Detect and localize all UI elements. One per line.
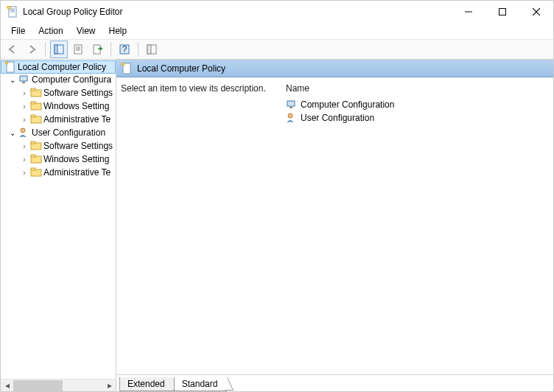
- menu-file[interactable]: File: [5, 24, 31, 38]
- tree-node-label: Windows Setting: [43, 154, 109, 164]
- svg-rect-10: [55, 45, 57, 54]
- folder-icon: [30, 153, 42, 165]
- svg-point-38: [122, 63, 125, 66]
- tree-view[interactable]: Local Computer Policy ⌄ Computer Configu…: [1, 60, 116, 379]
- svg-rect-6: [499, 9, 506, 15]
- computer-icon: [18, 74, 30, 85]
- tree-node-label: Administrative Te: [43, 114, 111, 125]
- svg-rect-22: [20, 76, 27, 81]
- tree-node-label: Software Settings: [43, 88, 113, 98]
- tree-node-label: Software Settings: [43, 141, 113, 151]
- tree-node-label: Computer Configura: [32, 74, 111, 85]
- toolbar-separator: [45, 42, 46, 57]
- export-button[interactable]: [88, 41, 106, 58]
- expand-icon[interactable]: ⌄: [8, 76, 17, 84]
- minimize-button[interactable]: [452, 1, 485, 23]
- list-item[interactable]: User Configuration: [286, 111, 547, 125]
- folder-icon: [30, 113, 42, 125]
- titlebar: Local Group Policy Editor: [1, 1, 553, 23]
- tree-user-software[interactable]: › Software Settings: [1, 139, 116, 153]
- expand-icon[interactable]: ⌄: [8, 129, 17, 137]
- detail-pane: Local Computer Policy Select an item to …: [116, 60, 553, 391]
- toolbar-separator: [111, 42, 111, 57]
- svg-rect-34: [31, 155, 35, 157]
- user-icon: [18, 127, 30, 139]
- tab-strip: Extended Standard: [116, 375, 553, 391]
- tree-root-label: Local Computer Policy: [18, 62, 106, 72]
- expand-icon[interactable]: ›: [20, 102, 29, 111]
- scroll-right-icon[interactable]: ▸: [103, 379, 116, 392]
- svg-point-21: [5, 61, 8, 64]
- scroll-left-icon[interactable]: ◂: [1, 379, 13, 392]
- tree-horizontal-scrollbar[interactable]: ◂ ▸: [1, 379, 116, 391]
- toolbar-separator: [138, 42, 138, 57]
- window-title: Local Group Policy Editor: [23, 7, 452, 17]
- workspace: Local Computer Policy ⌄ Computer Configu…: [1, 60, 553, 391]
- list-column-header[interactable]: Name: [286, 83, 547, 98]
- maximize-button[interactable]: [485, 1, 519, 23]
- menu-action[interactable]: Action: [32, 24, 69, 38]
- tree-comp-admin[interactable]: › Administrative Te: [1, 113, 116, 126]
- tree-root[interactable]: Local Computer Policy: [1, 60, 116, 74]
- svg-rect-19: [147, 45, 151, 54]
- list-item-label: User Configuration: [301, 113, 374, 123]
- svg-rect-39: [287, 101, 295, 106]
- tree-comp-windows[interactable]: › Windows Setting: [1, 99, 116, 113]
- tree-node-label: Administrative Te: [43, 167, 111, 178]
- detail-list: Name Computer Configuration User Configu…: [286, 83, 547, 374]
- menu-help[interactable]: Help: [103, 24, 133, 38]
- close-button[interactable]: [519, 1, 553, 23]
- show-hide-tree-button[interactable]: [50, 41, 68, 58]
- svg-rect-36: [31, 168, 35, 170]
- policy-icon: [4, 61, 16, 73]
- forward-button[interactable]: [23, 41, 41, 58]
- scrollbar-track[interactable]: [13, 379, 103, 392]
- menubar: File Action View Help: [1, 23, 553, 39]
- app-icon: [7, 6, 18, 18]
- svg-rect-15: [94, 45, 100, 54]
- computer-icon: [286, 99, 298, 111]
- expand-icon[interactable]: ›: [20, 89, 29, 97]
- expand-icon[interactable]: ›: [20, 169, 29, 177]
- svg-rect-32: [31, 141, 35, 144]
- expand-icon[interactable]: ›: [20, 155, 29, 164]
- back-button[interactable]: [4, 41, 21, 58]
- tab-standard[interactable]: Standard: [174, 377, 228, 391]
- tree-node-label: Windows Setting: [43, 101, 109, 111]
- window-controls: [452, 1, 553, 23]
- svg-point-4: [7, 6, 11, 9]
- tree-pane: Local Computer Policy ⌄ Computer Configu…: [1, 60, 116, 391]
- help-button[interactable]: ?: [116, 41, 133, 58]
- folder-icon: [30, 167, 42, 178]
- description-text: Select an item to view its description.: [121, 83, 276, 374]
- svg-point-41: [288, 113, 292, 118]
- list-item[interactable]: Computer Configuration: [286, 98, 547, 111]
- svg-rect-11: [74, 45, 82, 54]
- svg-rect-23: [22, 82, 25, 83]
- folder-icon: [30, 100, 42, 112]
- expand-icon[interactable]: ›: [20, 116, 29, 124]
- scrollbar-thumb[interactable]: [13, 380, 63, 391]
- svg-rect-40: [290, 107, 292, 108]
- tree-user-config[interactable]: ⌄ User Configuration: [1, 126, 116, 139]
- properties-button[interactable]: [69, 41, 87, 58]
- menu-view[interactable]: View: [71, 24, 102, 38]
- svg-rect-27: [31, 102, 35, 104]
- svg-rect-25: [31, 88, 35, 91]
- detail-header-title: Local Computer Policy: [137, 63, 225, 74]
- detail-header: Local Computer Policy: [116, 60, 553, 77]
- tree-computer-config[interactable]: ⌄ Computer Configura: [1, 73, 116, 86]
- tree-user-admin[interactable]: › Administrative Te: [1, 166, 116, 179]
- tab-extended[interactable]: Extended: [119, 377, 175, 391]
- svg-rect-29: [31, 115, 35, 117]
- expand-icon[interactable]: ›: [20, 142, 29, 150]
- filter-button[interactable]: [143, 41, 161, 58]
- tree-node-label: User Configuration: [32, 127, 105, 138]
- user-icon: [286, 112, 298, 124]
- tree-user-windows[interactable]: › Windows Setting: [1, 153, 116, 166]
- detail-body: Select an item to view its description. …: [116, 77, 553, 375]
- toolbar: ?: [1, 39, 553, 60]
- tree-comp-software[interactable]: › Software Settings: [1, 86, 116, 99]
- list-item-label: Computer Configuration: [301, 99, 394, 110]
- svg-text:?: ?: [122, 44, 127, 55]
